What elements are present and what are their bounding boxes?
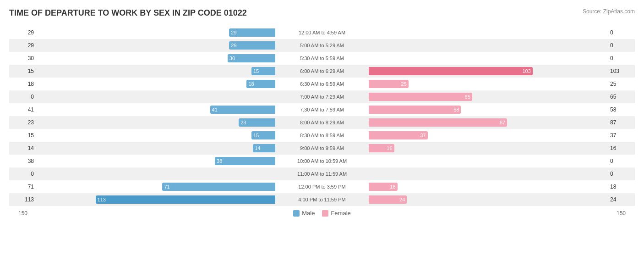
- table-row: 0 7:00 AM to 7:29 AM 65 65: [9, 90, 635, 103]
- table-row: 71 71 12:00 PM to 3:59 PM 18 18: [9, 180, 635, 193]
- bar-male: 14: [253, 144, 275, 152]
- male-value-label: 23: [9, 119, 37, 126]
- bar-male: 23: [239, 118, 275, 127]
- female-value-label: 0: [607, 42, 635, 49]
- bar-male: 15: [251, 131, 275, 139]
- legend-male-label: Male: [302, 210, 315, 217]
- legend-female: Female: [322, 210, 350, 217]
- male-value-label: 30: [9, 55, 37, 61]
- time-label: 9:00 AM to 9:59 AM: [276, 145, 368, 151]
- female-value-label: 37: [607, 132, 635, 139]
- time-label: 7:30 AM to 7:59 AM: [276, 107, 368, 112]
- table-row: 15 15 8:30 AM to 8:59 AM 37 37: [9, 129, 635, 142]
- time-label: 4:00 PM to 11:59 PM: [276, 197, 368, 202]
- female-value-label: 0: [607, 29, 635, 36]
- table-row: 14 14 9:00 AM to 9:59 AM 16 16: [9, 142, 635, 155]
- male-value-label: 18: [9, 81, 37, 87]
- time-label: 10:00 AM to 10:59 AM: [276, 158, 368, 164]
- time-label: 11:00 AM to 11:59 AM: [276, 171, 368, 177]
- female-value-label: 25: [607, 81, 635, 87]
- time-label: 12:00 PM to 3:59 PM: [276, 184, 368, 189]
- time-label: 12:00 AM to 4:59 AM: [276, 30, 368, 35]
- axis-left: 150: [18, 210, 27, 217]
- legend-male-box: [293, 210, 300, 217]
- male-value-label: 29: [9, 42, 37, 49]
- bar-female: 24: [369, 195, 407, 204]
- axis-right: 150: [617, 210, 626, 217]
- bar-male: 71: [162, 183, 275, 191]
- table-row: 29 29 5:00 AM to 5:29 AM 0: [9, 39, 635, 52]
- male-value-label: 14: [9, 145, 37, 151]
- bar-male: 38: [215, 157, 275, 165]
- source-label: Source: ZipAtlas.com: [583, 8, 635, 15]
- table-row: 0 11:00 AM to 11:59 AM 0: [9, 167, 635, 180]
- female-value-label: 103: [607, 68, 635, 74]
- table-row: 30 30 5:30 AM to 5:59 AM 0: [9, 52, 635, 65]
- female-value-label: 65: [607, 94, 635, 100]
- bar-male: 30: [228, 54, 275, 62]
- time-label: 6:30 AM to 6:59 AM: [276, 81, 368, 87]
- bar-male: 29: [229, 41, 275, 50]
- legend-female-label: Female: [331, 210, 350, 217]
- male-value-label: 113: [9, 196, 37, 203]
- table-row: 113 113 4:00 PM to 11:59 PM 24 24: [9, 193, 635, 206]
- male-value-label: 0: [9, 171, 37, 177]
- table-row: 23 23 8:00 AM to 8:29 AM 87 87: [9, 116, 635, 129]
- table-row: 29 29 12:00 AM to 4:59 AM 0: [9, 26, 635, 39]
- male-value-label: 15: [9, 68, 37, 74]
- bar-male: 41: [210, 106, 275, 114]
- bar-male: 29: [229, 28, 275, 37]
- bar-male: 113: [96, 195, 275, 204]
- time-label: 8:30 AM to 8:59 AM: [276, 133, 368, 138]
- table-row: 18 18 6:30 AM to 6:59 AM 25 25: [9, 78, 635, 90]
- bar-female: 25: [369, 80, 409, 88]
- bar-female: 103: [369, 67, 533, 75]
- time-label: 8:00 AM to 8:29 AM: [276, 120, 368, 125]
- table-row: 38 38 10:00 AM to 10:59 AM 0: [9, 155, 635, 167]
- table-row: 15 15 6:00 AM to 6:29 AM 103 103: [9, 65, 635, 78]
- bar-female: 87: [369, 118, 507, 127]
- chart-footer: 150 Male Female 150: [9, 210, 635, 217]
- chart-title: TIME OF DEPARTURE TO WORK BY SEX IN ZIP …: [9, 8, 247, 18]
- time-label: 6:00 AM to 6:29 AM: [276, 68, 368, 74]
- female-value-label: 16: [607, 145, 635, 151]
- female-value-label: 58: [607, 106, 635, 113]
- bar-female: 65: [369, 93, 472, 101]
- rows-container: 29 29 12:00 AM to 4:59 AM 0 29: [9, 26, 635, 206]
- legend: Male Female: [293, 210, 351, 217]
- female-value-label: 0: [607, 55, 635, 61]
- time-label: 7:00 AM to 7:29 AM: [276, 94, 368, 100]
- female-value-label: 0: [607, 158, 635, 164]
- legend-male: Male: [293, 210, 315, 217]
- male-value-label: 15: [9, 132, 37, 139]
- bar-female: 37: [369, 131, 428, 139]
- bar-male: 15: [251, 67, 275, 75]
- bar-female: 18: [369, 183, 398, 191]
- time-label: 5:30 AM to 5:59 AM: [276, 56, 368, 61]
- chart-container: TIME OF DEPARTURE TO WORK BY SEX IN ZIP …: [0, 0, 644, 273]
- female-value-label: 0: [607, 171, 635, 177]
- bar-female: 16: [369, 144, 394, 152]
- legend-female-box: [322, 210, 328, 217]
- female-value-label: 24: [607, 196, 635, 203]
- bar-female: 58: [369, 106, 461, 114]
- male-value-label: 29: [9, 29, 37, 36]
- male-value-label: 0: [9, 94, 37, 100]
- female-value-label: 18: [607, 184, 635, 190]
- male-value-label: 41: [9, 106, 37, 113]
- female-value-label: 87: [607, 119, 635, 126]
- time-label: 5:00 AM to 5:29 AM: [276, 43, 368, 48]
- male-value-label: 71: [9, 184, 37, 190]
- table-row: 41 41 7:30 AM to 7:59 AM 58 58: [9, 103, 635, 116]
- male-value-label: 38: [9, 158, 37, 164]
- bar-male: 18: [246, 80, 275, 88]
